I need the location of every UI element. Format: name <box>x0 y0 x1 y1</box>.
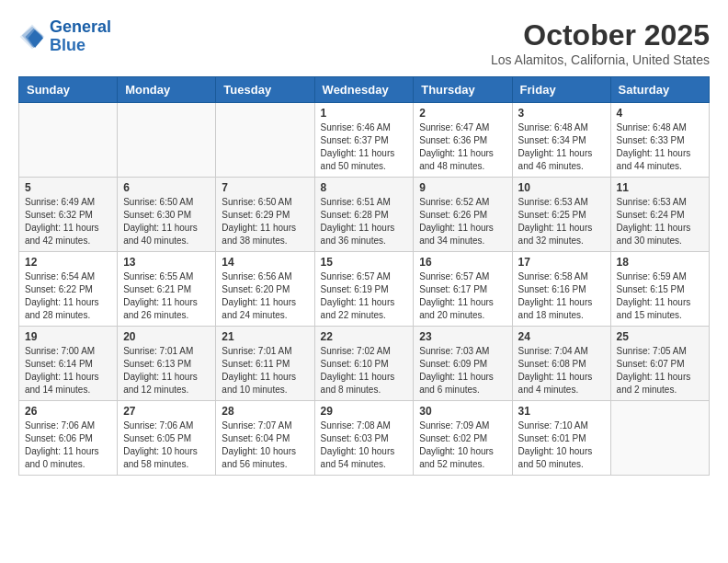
calendar-cell: 10Sunrise: 6:53 AM Sunset: 6:25 PM Dayli… <box>512 178 610 252</box>
calendar-week-3: 12Sunrise: 6:54 AM Sunset: 6:22 PM Dayli… <box>19 252 710 327</box>
day-info: Sunrise: 7:06 AM Sunset: 6:05 PM Dayligh… <box>123 419 210 471</box>
day-info: Sunrise: 7:01 AM Sunset: 6:13 PM Dayligh… <box>123 345 210 396</box>
calendar-cell: 6Sunrise: 6:50 AM Sunset: 6:30 PM Daylig… <box>118 178 216 252</box>
day-number: 7 <box>222 181 308 194</box>
calendar-cell: 22Sunrise: 7:02 AM Sunset: 6:10 PM Dayli… <box>314 327 414 401</box>
calendar-cell: 25Sunrise: 7:05 AM Sunset: 6:07 PM Dayli… <box>610 327 709 401</box>
day-info: Sunrise: 7:10 AM Sunset: 6:01 PM Dayligh… <box>518 419 605 471</box>
calendar-cell: 7Sunrise: 6:50 AM Sunset: 6:29 PM Daylig… <box>216 178 314 252</box>
calendar-week-1: 1Sunrise: 6:46 AM Sunset: 6:37 PM Daylig… <box>19 103 710 178</box>
day-number: 11 <box>617 181 703 194</box>
page-header: General Blue October 2025 Los Alamitos, … <box>18 18 710 67</box>
day-number: 19 <box>25 330 111 343</box>
weekday-header-monday: Monday <box>118 77 216 103</box>
day-info: Sunrise: 7:06 AM Sunset: 6:06 PM Dayligh… <box>25 419 111 471</box>
calendar-cell: 29Sunrise: 7:08 AM Sunset: 6:03 PM Dayli… <box>314 401 414 476</box>
calendar-cell: 30Sunrise: 7:09 AM Sunset: 6:02 PM Dayli… <box>414 401 512 476</box>
weekday-header-tuesday: Tuesday <box>216 77 314 103</box>
weekday-header-row: SundayMondayTuesdayWednesdayThursdayFrid… <box>19 77 710 103</box>
day-info: Sunrise: 6:51 AM Sunset: 6:28 PM Dayligh… <box>321 196 408 247</box>
day-number: 28 <box>222 405 308 418</box>
day-number: 16 <box>419 256 506 269</box>
day-number: 22 <box>321 330 408 343</box>
logo: General Blue <box>18 18 111 55</box>
day-info: Sunrise: 6:50 AM Sunset: 6:29 PM Dayligh… <box>222 196 308 247</box>
day-info: Sunrise: 7:07 AM Sunset: 6:04 PM Dayligh… <box>222 419 308 471</box>
month-title: October 2025 <box>491 18 710 52</box>
day-number: 29 <box>321 405 408 418</box>
day-number: 10 <box>518 181 605 194</box>
day-number: 4 <box>617 107 703 120</box>
day-info: Sunrise: 6:50 AM Sunset: 6:30 PM Dayligh… <box>123 196 210 247</box>
calendar-table: SundayMondayTuesdayWednesdayThursdayFrid… <box>18 76 710 476</box>
weekday-header-thursday: Thursday <box>414 77 512 103</box>
day-info: Sunrise: 6:59 AM Sunset: 6:15 PM Dayligh… <box>617 270 703 322</box>
day-info: Sunrise: 6:58 AM Sunset: 6:16 PM Dayligh… <box>518 270 605 322</box>
calendar-cell <box>19 103 118 178</box>
calendar-cell: 23Sunrise: 7:03 AM Sunset: 6:09 PM Dayli… <box>414 327 512 401</box>
weekday-header-sunday: Sunday <box>19 77 118 103</box>
day-number: 15 <box>321 256 408 269</box>
calendar-cell: 18Sunrise: 6:59 AM Sunset: 6:15 PM Dayli… <box>610 252 709 327</box>
day-info: Sunrise: 6:53 AM Sunset: 6:25 PM Dayligh… <box>518 196 605 247</box>
calendar-cell: 2Sunrise: 6:47 AM Sunset: 6:36 PM Daylig… <box>414 103 512 178</box>
day-info: Sunrise: 7:01 AM Sunset: 6:11 PM Dayligh… <box>222 345 308 396</box>
weekday-header-wednesday: Wednesday <box>314 77 414 103</box>
day-number: 6 <box>123 181 210 194</box>
day-info: Sunrise: 7:05 AM Sunset: 6:07 PM Dayligh… <box>617 345 703 396</box>
calendar-cell: 19Sunrise: 7:00 AM Sunset: 6:14 PM Dayli… <box>19 327 118 401</box>
day-info: Sunrise: 6:47 AM Sunset: 6:36 PM Dayligh… <box>419 121 506 173</box>
day-number: 31 <box>518 405 605 418</box>
title-block: October 2025 Los Alamitos, California, U… <box>491 18 710 67</box>
calendar-cell: 12Sunrise: 6:54 AM Sunset: 6:22 PM Dayli… <box>19 252 118 327</box>
calendar-cell <box>118 103 216 178</box>
calendar-week-4: 19Sunrise: 7:00 AM Sunset: 6:14 PM Dayli… <box>19 327 710 401</box>
day-number: 18 <box>617 256 703 269</box>
day-number: 17 <box>518 256 605 269</box>
calendar-cell: 26Sunrise: 7:06 AM Sunset: 6:06 PM Dayli… <box>19 401 118 476</box>
day-number: 14 <box>222 256 308 269</box>
calendar-cell: 24Sunrise: 7:04 AM Sunset: 6:08 PM Dayli… <box>512 327 610 401</box>
calendar-cell: 13Sunrise: 6:55 AM Sunset: 6:21 PM Dayli… <box>118 252 216 327</box>
day-number: 21 <box>222 330 308 343</box>
calendar-cell: 4Sunrise: 6:48 AM Sunset: 6:33 PM Daylig… <box>610 103 709 178</box>
calendar-cell: 14Sunrise: 6:56 AM Sunset: 6:20 PM Dayli… <box>216 252 314 327</box>
logo-text: General Blue <box>50 18 111 55</box>
day-number: 5 <box>25 181 111 194</box>
location: Los Alamitos, California, United States <box>491 52 710 67</box>
day-number: 8 <box>321 181 408 194</box>
calendar-cell: 16Sunrise: 6:57 AM Sunset: 6:17 PM Dayli… <box>414 252 512 327</box>
day-number: 27 <box>123 405 210 418</box>
day-number: 20 <box>123 330 210 343</box>
day-info: Sunrise: 6:49 AM Sunset: 6:32 PM Dayligh… <box>25 196 111 247</box>
day-number: 30 <box>419 405 506 418</box>
logo-line1: General <box>50 17 111 36</box>
day-info: Sunrise: 6:54 AM Sunset: 6:22 PM Dayligh… <box>25 270 111 322</box>
day-info: Sunrise: 6:48 AM Sunset: 6:33 PM Dayligh… <box>617 121 703 173</box>
day-info: Sunrise: 6:48 AM Sunset: 6:34 PM Dayligh… <box>518 121 605 173</box>
calendar-cell: 5Sunrise: 6:49 AM Sunset: 6:32 PM Daylig… <box>19 178 118 252</box>
day-number: 26 <box>25 405 111 418</box>
weekday-header-friday: Friday <box>512 77 610 103</box>
weekday-header-saturday: Saturday <box>610 77 709 103</box>
calendar-week-2: 5Sunrise: 6:49 AM Sunset: 6:32 PM Daylig… <box>19 178 710 252</box>
calendar-cell: 27Sunrise: 7:06 AM Sunset: 6:05 PM Dayli… <box>118 401 216 476</box>
calendar-cell: 11Sunrise: 6:53 AM Sunset: 6:24 PM Dayli… <box>610 178 709 252</box>
day-info: Sunrise: 6:53 AM Sunset: 6:24 PM Dayligh… <box>617 196 703 247</box>
day-number: 1 <box>321 107 408 120</box>
calendar-cell: 1Sunrise: 6:46 AM Sunset: 6:37 PM Daylig… <box>314 103 414 178</box>
logo-icon <box>18 23 46 51</box>
day-info: Sunrise: 7:00 AM Sunset: 6:14 PM Dayligh… <box>25 345 111 396</box>
day-info: Sunrise: 7:02 AM Sunset: 6:10 PM Dayligh… <box>321 345 408 396</box>
day-number: 24 <box>518 330 605 343</box>
calendar-cell: 20Sunrise: 7:01 AM Sunset: 6:13 PM Dayli… <box>118 327 216 401</box>
day-info: Sunrise: 6:57 AM Sunset: 6:19 PM Dayligh… <box>321 270 408 322</box>
calendar-cell: 28Sunrise: 7:07 AM Sunset: 6:04 PM Dayli… <box>216 401 314 476</box>
logo-line2: Blue <box>50 36 85 54</box>
day-info: Sunrise: 6:52 AM Sunset: 6:26 PM Dayligh… <box>419 196 506 247</box>
calendar-cell: 8Sunrise: 6:51 AM Sunset: 6:28 PM Daylig… <box>314 178 414 252</box>
day-info: Sunrise: 7:09 AM Sunset: 6:02 PM Dayligh… <box>419 419 506 471</box>
day-info: Sunrise: 7:08 AM Sunset: 6:03 PM Dayligh… <box>321 419 408 471</box>
calendar-cell: 9Sunrise: 6:52 AM Sunset: 6:26 PM Daylig… <box>414 178 512 252</box>
day-number: 12 <box>25 256 111 269</box>
